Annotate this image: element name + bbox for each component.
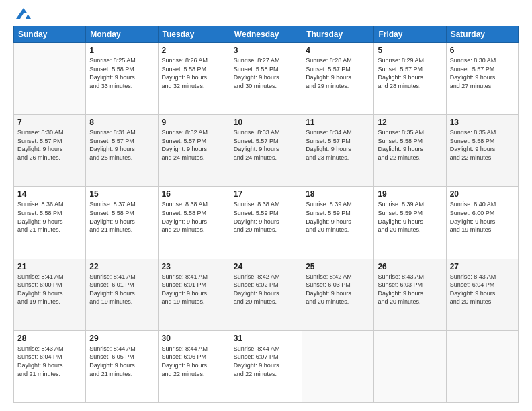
day-info: Sunrise: 8:39 AM Sunset: 5:59 PM Dayligh… — [378, 200, 442, 234]
calendar-cell: 6Sunrise: 8:30 AM Sunset: 5:57 PM Daylig… — [446, 43, 518, 115]
day-info: Sunrise: 8:30 AM Sunset: 5:57 PM Dayligh… — [450, 56, 515, 90]
day-number: 26 — [378, 262, 442, 271]
day-info: Sunrise: 8:41 AM Sunset: 6:01 PM Dayligh… — [89, 273, 154, 306]
day-number: 9 — [162, 118, 226, 127]
day-info: Sunrise: 8:44 AM Sunset: 6:05 PM Dayligh… — [89, 345, 154, 378]
calendar-cell: 25Sunrise: 8:42 AM Sunset: 6:03 PM Dayli… — [302, 259, 374, 330]
day-info: Sunrise: 8:43 AM Sunset: 6:04 PM Dayligh… — [17, 345, 82, 378]
day-number: 23 — [162, 262, 226, 271]
day-info: Sunrise: 8:42 AM Sunset: 6:03 PM Dayligh… — [306, 273, 370, 306]
day-info: Sunrise: 8:35 AM Sunset: 5:58 PM Dayligh… — [450, 128, 515, 162]
calendar-week-row: 14Sunrise: 8:36 AM Sunset: 5:58 PM Dayli… — [14, 187, 519, 259]
calendar-cell: 29Sunrise: 8:44 AM Sunset: 6:05 PM Dayli… — [86, 330, 158, 402]
calendar-cell: 19Sunrise: 8:39 AM Sunset: 5:59 PM Dayli… — [374, 187, 446, 259]
calendar-cell: 21Sunrise: 8:41 AM Sunset: 6:00 PM Dayli… — [14, 259, 86, 330]
calendar-cell: 10Sunrise: 8:33 AM Sunset: 5:57 PM Dayli… — [230, 115, 302, 187]
day-number: 30 — [162, 334, 226, 343]
day-info: Sunrise: 8:33 AM Sunset: 5:57 PM Dayligh… — [234, 128, 298, 162]
day-number: 7 — [17, 118, 82, 127]
calendar-header-row: SundayMondayTuesdayWednesdayThursdayFrid… — [14, 26, 519, 43]
day-info: Sunrise: 8:41 AM Sunset: 6:01 PM Dayligh… — [162, 273, 226, 306]
day-number: 15 — [89, 189, 154, 199]
day-info: Sunrise: 8:32 AM Sunset: 5:57 PM Dayligh… — [162, 128, 226, 162]
calendar-cell — [302, 330, 374, 402]
logo-icon — [15, 7, 32, 21]
day-number: 2 — [162, 46, 226, 55]
calendar-cell: 5Sunrise: 8:29 AM Sunset: 5:57 PM Daylig… — [374, 43, 446, 115]
calendar-table: SundayMondayTuesdayWednesdayThursdayFrid… — [13, 26, 519, 403]
day-info: Sunrise: 8:37 AM Sunset: 5:58 PM Dayligh… — [89, 200, 154, 234]
day-number: 20 — [450, 189, 515, 199]
day-info: Sunrise: 8:44 AM Sunset: 6:07 PM Dayligh… — [234, 345, 298, 378]
day-number: 4 — [306, 46, 370, 55]
day-number: 22 — [89, 262, 154, 271]
day-number: 28 — [17, 334, 82, 343]
calendar-cell — [374, 330, 446, 402]
calendar-week-row: 7Sunrise: 8:30 AM Sunset: 5:57 PM Daylig… — [14, 115, 519, 187]
calendar-cell: 2Sunrise: 8:26 AM Sunset: 5:58 PM Daylig… — [158, 43, 230, 115]
calendar-cell: 3Sunrise: 8:27 AM Sunset: 5:58 PM Daylig… — [230, 43, 302, 115]
calendar-cell: 8Sunrise: 8:31 AM Sunset: 5:57 PM Daylig… — [86, 115, 158, 187]
day-number: 21 — [17, 262, 82, 271]
day-info: Sunrise: 8:43 AM Sunset: 6:03 PM Dayligh… — [378, 273, 442, 306]
day-number: 10 — [234, 118, 298, 127]
day-number: 25 — [306, 262, 370, 271]
calendar-cell: 17Sunrise: 8:38 AM Sunset: 5:59 PM Dayli… — [230, 187, 302, 259]
day-number: 12 — [378, 118, 442, 127]
calendar-cell: 12Sunrise: 8:35 AM Sunset: 5:58 PM Dayli… — [374, 115, 446, 187]
calendar-cell: 20Sunrise: 8:40 AM Sunset: 6:00 PM Dayli… — [446, 187, 518, 259]
page-container: SundayMondayTuesdayWednesdayThursdayFrid… — [0, 0, 532, 411]
day-info: Sunrise: 8:29 AM Sunset: 5:57 PM Dayligh… — [378, 56, 442, 90]
day-number: 17 — [234, 189, 298, 199]
header — [13, 11, 519, 19]
day-info: Sunrise: 8:43 AM Sunset: 6:04 PM Dayligh… — [450, 273, 515, 306]
calendar-cell: 16Sunrise: 8:38 AM Sunset: 5:58 PM Dayli… — [158, 187, 230, 259]
day-number: 1 — [89, 46, 154, 55]
calendar-cell: 13Sunrise: 8:35 AM Sunset: 5:58 PM Dayli… — [446, 115, 518, 187]
weekday-header-wednesday: Wednesday — [230, 26, 302, 43]
weekday-header-thursday: Thursday — [302, 26, 374, 43]
day-number: 11 — [306, 118, 370, 127]
calendar-cell: 26Sunrise: 8:43 AM Sunset: 6:03 PM Dayli… — [374, 259, 446, 330]
calendar-cell: 7Sunrise: 8:30 AM Sunset: 5:57 PM Daylig… — [14, 115, 86, 187]
calendar-cell — [446, 330, 518, 402]
day-info: Sunrise: 8:41 AM Sunset: 6:00 PM Dayligh… — [17, 273, 82, 306]
calendar-cell: 1Sunrise: 8:25 AM Sunset: 5:58 PM Daylig… — [86, 43, 158, 115]
weekday-header-sunday: Sunday — [14, 26, 86, 43]
weekday-header-saturday: Saturday — [446, 26, 518, 43]
day-info: Sunrise: 8:30 AM Sunset: 5:57 PM Dayligh… — [17, 128, 82, 162]
calendar-cell: 23Sunrise: 8:41 AM Sunset: 6:01 PM Dayli… — [158, 259, 230, 330]
calendar-cell: 24Sunrise: 8:42 AM Sunset: 6:02 PM Dayli… — [230, 259, 302, 330]
day-info: Sunrise: 8:38 AM Sunset: 5:59 PM Dayligh… — [234, 200, 298, 234]
day-number: 18 — [306, 189, 370, 199]
day-info: Sunrise: 8:34 AM Sunset: 5:57 PM Dayligh… — [306, 128, 370, 162]
day-info: Sunrise: 8:36 AM Sunset: 5:58 PM Dayligh… — [17, 200, 82, 234]
weekday-header-monday: Monday — [86, 26, 158, 43]
day-info: Sunrise: 8:39 AM Sunset: 5:59 PM Dayligh… — [306, 200, 370, 234]
weekday-header-tuesday: Tuesday — [158, 26, 230, 43]
calendar-cell: 22Sunrise: 8:41 AM Sunset: 6:01 PM Dayli… — [86, 259, 158, 330]
day-number: 27 — [450, 262, 515, 271]
day-info: Sunrise: 8:31 AM Sunset: 5:57 PM Dayligh… — [89, 128, 154, 162]
day-info: Sunrise: 8:26 AM Sunset: 5:58 PM Dayligh… — [162, 56, 226, 90]
day-info: Sunrise: 8:42 AM Sunset: 6:02 PM Dayligh… — [234, 273, 298, 306]
day-number: 31 — [234, 334, 298, 343]
calendar-cell: 18Sunrise: 8:39 AM Sunset: 5:59 PM Dayli… — [302, 187, 374, 259]
day-number: 5 — [378, 46, 442, 55]
day-number: 19 — [378, 189, 442, 199]
day-number: 13 — [450, 118, 515, 127]
day-info: Sunrise: 8:35 AM Sunset: 5:58 PM Dayligh… — [378, 128, 442, 162]
calendar-cell: 4Sunrise: 8:28 AM Sunset: 5:57 PM Daylig… — [302, 43, 374, 115]
calendar-cell: 11Sunrise: 8:34 AM Sunset: 5:57 PM Dayli… — [302, 115, 374, 187]
day-info: Sunrise: 8:44 AM Sunset: 6:06 PM Dayligh… — [162, 345, 226, 378]
calendar-cell — [14, 43, 86, 115]
day-number: 6 — [450, 46, 515, 55]
day-info: Sunrise: 8:38 AM Sunset: 5:58 PM Dayligh… — [162, 200, 226, 234]
weekday-header-friday: Friday — [374, 26, 446, 43]
calendar-cell: 28Sunrise: 8:43 AM Sunset: 6:04 PM Dayli… — [14, 330, 86, 402]
calendar-week-row: 21Sunrise: 8:41 AM Sunset: 6:00 PM Dayli… — [14, 259, 519, 330]
logo — [13, 11, 32, 19]
calendar-cell: 9Sunrise: 8:32 AM Sunset: 5:57 PM Daylig… — [158, 115, 230, 187]
day-number: 3 — [234, 46, 298, 55]
day-number: 29 — [89, 334, 154, 343]
